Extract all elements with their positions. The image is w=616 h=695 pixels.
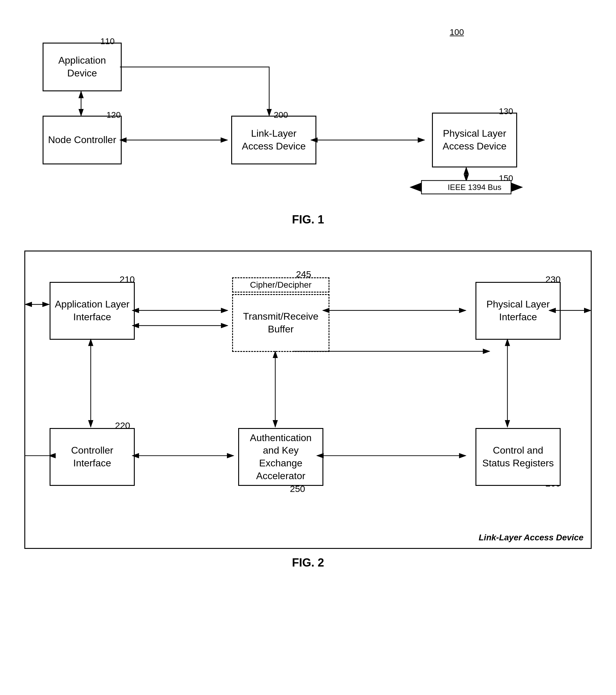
physical-layer-interface-label: Physical Layer Interface: [480, 298, 556, 323]
fig2-caption: FIG. 2: [24, 556, 592, 569]
fig1-caption: FIG. 1: [24, 213, 592, 226]
cipher-decipher-label: Cipher/Decipher: [250, 279, 312, 290]
control-status-box: Control and Status Registers: [475, 428, 561, 486]
app-device-box: Application Device: [42, 43, 122, 91]
controller-interface-box: Controller Interface: [50, 428, 135, 486]
transmit-receive-box: Transmit/Receive Buffer: [232, 294, 330, 352]
fig1-diagram: 100 Application Device 110 Node Controll…: [24, 18, 592, 207]
fig1-container: 100 Application Device 110 Node Controll…: [24, 18, 592, 226]
control-status-label: Control and Status Registers: [480, 444, 556, 470]
fig2-outer-box: 210 220 245 240 250 230 260 200 Applicat…: [24, 251, 592, 549]
ref-100: 100: [450, 28, 464, 37]
node-controller-label: Node Controller: [48, 134, 116, 147]
controller-interface-label: Controller Interface: [54, 444, 130, 470]
fig2-container: 210 220 245 240 250 230 260 200 Applicat…: [24, 251, 592, 569]
ref-110: 110: [100, 36, 115, 46]
app-layer-interface-label: Application Layer Interface: [54, 298, 130, 323]
link-layer-label: Link-Layer Access Device: [236, 127, 312, 153]
fig2-outer-label: Link-Layer Access Device: [479, 533, 584, 542]
cipher-decipher-box: Cipher/Decipher: [232, 277, 330, 292]
ref-120: 120: [106, 110, 121, 120]
physical-layer-label: Physical Layer Access Device: [437, 127, 513, 153]
app-layer-interface-box: Application Layer Interface: [50, 282, 135, 340]
ref-200: 200: [274, 110, 288, 120]
physical-layer-box: Physical Layer Access Device: [432, 113, 517, 167]
fig2-diagram: 210 220 245 240 250 230 260 200 Applicat…: [25, 252, 591, 548]
physical-layer-interface-box: Physical Layer Interface: [475, 282, 561, 340]
ref-130: 130: [499, 106, 513, 116]
auth-key-box: Authentication and Key Exchange Accelera…: [238, 428, 323, 486]
auth-key-label: Authentication and Key Exchange Accelera…: [243, 432, 319, 482]
ieee-bus-label: IEEE 1394 Bus: [429, 181, 520, 194]
link-layer-box: Link-Layer Access Device: [231, 116, 316, 164]
app-device-label: Application Device: [47, 54, 117, 80]
svg-marker-7: [409, 183, 421, 192]
transmit-receive-label: Transmit/Receive Buffer: [237, 310, 325, 336]
node-controller-box: Node Controller: [42, 116, 122, 164]
